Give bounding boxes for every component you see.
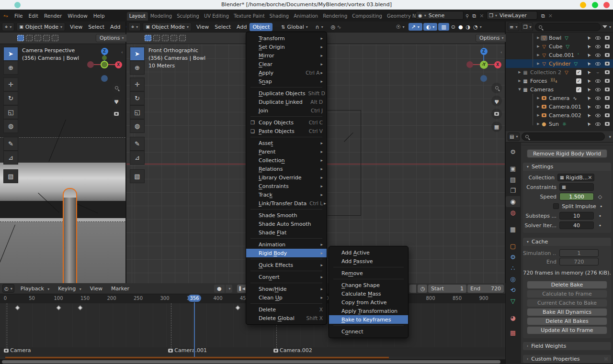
menu-item-snap[interactable]: Snap▸ xyxy=(246,77,327,86)
eye-visibility-icon[interactable] xyxy=(593,62,602,66)
filter-funnel-icon[interactable]: ▾ xyxy=(602,25,611,29)
menu-item-shade-smooth[interactable]: Shade Smooth xyxy=(246,211,327,220)
menu-item-add-active[interactable]: Add Active xyxy=(329,248,408,257)
gizmo-axis-ball[interactable] xyxy=(101,61,108,68)
properties-tab-physics[interactable]: ◎ xyxy=(506,274,520,285)
expand-arrow-icon[interactable]: ▶ xyxy=(536,113,541,117)
shading-material[interactable]: ◑ xyxy=(465,23,472,31)
zoom-tool-icon[interactable] xyxy=(111,83,122,93)
animate-dot-icon[interactable]: • xyxy=(594,222,606,229)
expand-arrow-icon[interactable]: ▶ xyxy=(536,53,541,57)
editor-type-button-center[interactable]: ⌖▾ xyxy=(128,22,141,31)
collection-field[interactable]: ▦RigidB...✕ xyxy=(557,174,595,181)
measure-tool[interactable]: ⊿ xyxy=(130,151,145,165)
menu-item-copy-from-active[interactable]: Copy from Active xyxy=(329,298,408,307)
orientation-selector[interactable]: ⇅Global▾ xyxy=(278,23,311,31)
outliner-row-cylinder[interactable]: ▶▽Cylinder▽➤ xyxy=(506,59,613,68)
blender-logo-icon[interactable]: ⥊ xyxy=(0,12,11,20)
eye-closed-icon[interactable]: ⌣ xyxy=(593,70,602,75)
menu-item-paste-objects[interactable]: ❏Paste ObjectsCtrl V xyxy=(246,127,327,135)
workspace-tab-shading[interactable]: Shading xyxy=(267,12,292,21)
collapse-arrow-left-vp[interactable]: ‹ xyxy=(121,50,123,55)
measure-tool[interactable]: ⊿ xyxy=(3,151,18,165)
gizmo-axis-X[interactable]: X xyxy=(115,61,122,68)
update-all-to-frame-button[interactable]: Update All to Frame xyxy=(527,326,607,334)
menu-item-clear[interactable]: Clear▸ xyxy=(246,60,327,68)
scene-selector[interactable]: ◉▾ Scene xyxy=(416,11,464,20)
transform-tool[interactable]: ◍ xyxy=(130,119,145,133)
overlays-toggle[interactable]: ◐▾ xyxy=(423,23,438,31)
menu-item-duplicate-objects[interactable]: Duplicate ObjectsShift D xyxy=(246,89,327,98)
menu-item-clean-up[interactable]: Clean Up▸ xyxy=(246,293,327,302)
select-mode-4[interactable] xyxy=(179,35,186,41)
outliner-row-forces[interactable]: ▶▦Forces)))4✓➤ xyxy=(506,77,613,85)
camera-render-icon[interactable] xyxy=(602,96,612,100)
workspace-tab-compositing[interactable]: Compositing xyxy=(350,12,385,21)
prop-value-field[interactable]: 40 xyxy=(559,221,594,229)
camera-render-icon[interactable] xyxy=(602,88,612,91)
collapse-arrow-center-vp[interactable]: ‹ xyxy=(500,50,502,55)
gizmo-axis-X[interactable]: X xyxy=(494,61,501,68)
visibility-checkbox[interactable]: ✓ xyxy=(576,78,581,84)
eye-visibility-icon[interactable] xyxy=(593,79,602,83)
camera-render-icon[interactable] xyxy=(602,53,612,57)
expand-arrow-icon[interactable]: ▶ xyxy=(536,36,541,40)
shading-wireframe[interactable]: ⊙ xyxy=(450,23,456,31)
pan-hand-icon[interactable]: ψ xyxy=(111,96,122,106)
xray-toggle[interactable]: ▥ xyxy=(438,23,449,31)
eye-visibility-icon[interactable] xyxy=(593,97,602,100)
expand-arrow-icon[interactable]: ▶ xyxy=(536,105,541,109)
gizmo-axis-Z[interactable]: Z xyxy=(480,48,488,55)
outliner-row-cube-001[interactable]: ▶▽Cube.001ˈ➤ xyxy=(506,51,613,59)
collection-field[interactable]: ▦ xyxy=(559,183,594,191)
select-mode-0[interactable] xyxy=(145,35,151,41)
menu-item-library-override[interactable]: Library Override▸ xyxy=(246,173,327,182)
outliner-filter-type[interactable]: ❐▾ xyxy=(521,22,533,31)
menu-item-remove[interactable]: Remove xyxy=(329,269,408,277)
outliner-row-collection-2[interactable]: ▶▦Collection 2▽✓➤⌣ xyxy=(506,68,613,77)
eye-visibility-icon[interactable] xyxy=(593,122,602,126)
expand-arrow-icon[interactable]: ▶ xyxy=(536,96,541,100)
select-tool[interactable]: ➤ xyxy=(130,47,145,61)
properties-tab-render[interactable]: ▣ xyxy=(506,163,520,174)
workspace-tab-geometry-nodes[interactable]: Geometry Nodes xyxy=(385,12,416,21)
properties-tab-particles[interactable]: ∴ xyxy=(506,263,520,274)
timeline-menu-keying[interactable]: Keying ▾ xyxy=(54,286,85,292)
outliner-display-mode[interactable]: ≡▾ xyxy=(508,22,519,31)
menu-item-animation[interactable]: Animation▸ xyxy=(246,240,327,249)
properties-tab-constraints[interactable]: ⟲ xyxy=(506,285,520,296)
menu-item-shade-flat[interactable]: Shade Flat xyxy=(246,228,327,237)
delete-bake-button[interactable]: Delete Bake xyxy=(527,281,607,289)
copy-scene-icon[interactable]: ⧉ xyxy=(472,13,476,19)
select-mode-2[interactable] xyxy=(162,35,169,41)
cursor-tool[interactable]: ⊕ xyxy=(130,61,145,75)
header-menu-add[interactable]: Add xyxy=(234,23,250,31)
menu-item-transform[interactable]: Transform▸ xyxy=(246,34,327,43)
viewlayer-selector[interactable]: ❐▾ ViewLayer xyxy=(487,11,537,20)
select-mode-1[interactable] xyxy=(153,35,160,41)
menu-item-convert[interactable]: Convert▸ xyxy=(246,273,327,281)
snap-toggle[interactable]: ∩▾ xyxy=(313,23,326,31)
animate-dot-icon[interactable]: • xyxy=(594,213,606,219)
shading-solid[interactable]: ● xyxy=(457,23,464,31)
outliner-search[interactable] xyxy=(535,23,601,31)
copy-viewlayer-icon[interactable]: ⧉ xyxy=(541,13,545,19)
rotate-tool[interactable]: ↻ xyxy=(130,91,145,105)
camera-render-icon[interactable] xyxy=(602,70,612,74)
cursor-select-icon[interactable]: ➤ xyxy=(584,96,593,101)
menu-item-copy-objects[interactable]: ❐Copy ObjectsCtrl C xyxy=(246,118,327,127)
timeline-menu-marker[interactable]: Marker xyxy=(107,286,134,292)
cursor-select-icon[interactable]: ➤ xyxy=(584,113,593,118)
eye-visibility-icon[interactable] xyxy=(593,36,602,40)
expand-arrow-icon[interactable]: ▶ xyxy=(536,44,541,48)
start-frame-field[interactable]: Start1 xyxy=(428,285,466,293)
menu-item-parent[interactable]: Parent▸ xyxy=(246,147,327,156)
camera-render-icon[interactable] xyxy=(602,62,612,66)
menu-item-delete[interactable]: DeleteX xyxy=(246,305,327,314)
custom-properties-header[interactable]: ›Custom Properties⁙ xyxy=(523,355,611,363)
workspace-tab-uv-editing[interactable]: UV Editing xyxy=(202,12,231,21)
rotate-tool[interactable]: ↻ xyxy=(3,91,18,105)
split-impulse-checkbox[interactable] xyxy=(553,203,559,209)
gizmo-axis--Y[interactable]: -Y xyxy=(480,61,488,69)
workspace-tab-rendering[interactable]: Rendering xyxy=(320,12,350,21)
